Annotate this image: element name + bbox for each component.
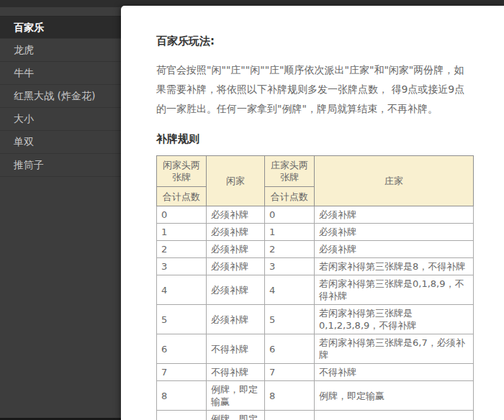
cell-player-action: 必须补牌	[207, 258, 265, 275]
table-row: 6 不得补牌 6 若闲家补得第三张牌是6,7，必须补牌	[157, 334, 474, 364]
col-header-player: 闲家	[207, 156, 265, 206]
cell-player-total: 5	[157, 305, 207, 334]
cell-banker-total: 4	[265, 275, 315, 305]
sidebar-item-baccarat[interactable]: 百家乐	[0, 16, 121, 39]
cell-player-action: 必须补牌	[207, 241, 265, 258]
sidebar-item-odd-even[interactable]: 单双	[0, 131, 121, 154]
table-row: 5 必须补牌 5 若闲家补得第三张牌是0,1,2,3,8,9，不得补牌	[157, 305, 474, 334]
cell-player-action: 不得补牌	[207, 334, 265, 364]
cell-banker-total: 6	[265, 334, 315, 364]
cell-banker-total: 2	[265, 241, 315, 258]
cell-banker-action: 必须补牌	[315, 224, 474, 241]
draw-rules-table: 闲家头两张牌 闲家 庄家头两张牌 庄家 合计点数 合计点数 0 必须补牌 0	[156, 155, 474, 420]
page-title: 百家乐玩法:	[156, 35, 482, 48]
header-row-top: 闲家头两张牌 闲家 庄家头两张牌 庄家	[157, 156, 474, 187]
cell-banker-action: 必须补牌	[315, 241, 474, 258]
table-row: 2 必须补牌 2 必须补牌	[157, 241, 474, 258]
sidebar-item-big-small[interactable]: 大小	[0, 108, 121, 131]
draw-rules-heading: 补牌规则	[156, 132, 482, 146]
table-row: 3 必须补牌 3 若闲家补得第三张牌是8，不得补牌	[157, 258, 474, 275]
cell-banker-action: 若闲家补得第三张牌是6,7，必须补牌	[315, 334, 474, 364]
cell-player-action: 必须补牌	[207, 275, 265, 305]
cell-banker-total: 3	[265, 258, 315, 275]
table-row: 0 必须补牌 0 必须补牌	[157, 206, 474, 224]
sidebar-item-niuniu[interactable]: 牛牛	[0, 62, 121, 85]
cell-player-action: 必须补牌	[207, 305, 265, 334]
cell-banker-total: 8	[265, 381, 315, 411]
page: 百家乐 龙虎 牛牛 红黑大战 (炸金花) 大小 单双 推筒子 百家乐玩法: 荷官…	[0, 0, 504, 420]
cell-player-total: 4	[157, 275, 207, 305]
table-row: 8 例牌，即定输赢 8 例牌，即定输赢	[157, 381, 474, 411]
table-row: 7 不得补牌 7 不得补牌	[157, 364, 474, 381]
cell-banker-total: 0	[265, 206, 315, 224]
intro-paragraph: 荷官会按照"闲""庄""闲""庄"顺序依次派出"庄家"和"闲家"两份牌，如果需要…	[156, 60, 472, 119]
cell-banker-action: 例牌，即定输赢	[315, 411, 474, 420]
cell-player-action: 必须补牌	[207, 224, 265, 241]
cell-banker-total: 9	[265, 411, 315, 420]
content-panel: 百家乐玩法: 荷官会按照"闲""庄""闲""庄"顺序依次派出"庄家"和"闲家"两…	[121, 6, 504, 420]
table-row: 4 必须补牌 4 若闲家补得第三张牌是0,1,8,9，不得补牌	[157, 275, 474, 305]
cell-player-total: 6	[157, 334, 207, 364]
col-header-player-total-points: 合计点数	[157, 187, 207, 206]
cell-player-total: 2	[157, 241, 207, 258]
col-header-banker: 庄家	[315, 156, 474, 206]
rules-content: 百家乐玩法: 荷官会按照"闲""庄""闲""庄"顺序依次派出"庄家"和"闲家"两…	[121, 6, 504, 420]
cell-player-total: 0	[157, 206, 207, 224]
col-header-banker-total-points: 合计点数	[265, 187, 315, 206]
cell-player-action: 例牌，即定输赢	[207, 381, 265, 411]
col-header-banker-two-cards: 庄家头两张牌	[265, 156, 315, 187]
cell-banker-action: 例牌，即定输赢	[315, 381, 474, 411]
game-menu: 百家乐 龙虎 牛牛 红黑大战 (炸金花) 大小 单双 推筒子	[0, 7, 121, 177]
cell-banker-action: 必须补牌	[315, 206, 474, 224]
cell-banker-total: 5	[265, 305, 315, 334]
sidebar-item-red-black-war[interactable]: 红黑大战 (炸金花)	[0, 85, 121, 108]
cell-player-total: 8	[157, 381, 207, 411]
cell-player-action: 必须补牌	[207, 206, 265, 224]
cell-banker-action: 若闲家补得第三张牌是0,1,2,3,8,9，不得补牌	[315, 305, 474, 334]
cell-player-action: 不得补牌	[207, 364, 265, 381]
cell-player-total: 7	[157, 364, 207, 381]
cell-player-action: 例牌，即定输赢	[207, 411, 265, 420]
col-header-player-two-cards: 闲家头两张牌	[157, 156, 207, 187]
sidebar-item-dragon-tiger[interactable]: 龙虎	[0, 39, 121, 62]
cell-player-total: 1	[157, 224, 207, 241]
table-row: 1 必须补牌 1 必须补牌	[157, 224, 474, 241]
table-row: 9 例牌，即定输赢 9 例牌，即定输赢	[157, 411, 474, 420]
sidebar-item-push-tube[interactable]: 推筒子	[0, 154, 121, 177]
cell-banker-action: 不得补牌	[315, 364, 474, 381]
cell-banker-action: 若闲家补得第三张牌是0,1,8,9，不得补牌	[315, 275, 474, 305]
cell-player-total: 9	[157, 411, 207, 420]
game-sidebar: 百家乐 龙虎 牛牛 红黑大战 (炸金花) 大小 单双 推筒子	[0, 7, 121, 418]
cell-banker-total: 1	[265, 224, 315, 241]
cell-banker-action: 若闲家补得第三张牌是8，不得补牌	[315, 258, 474, 275]
cell-banker-total: 7	[265, 364, 315, 381]
cell-player-total: 3	[157, 258, 207, 275]
